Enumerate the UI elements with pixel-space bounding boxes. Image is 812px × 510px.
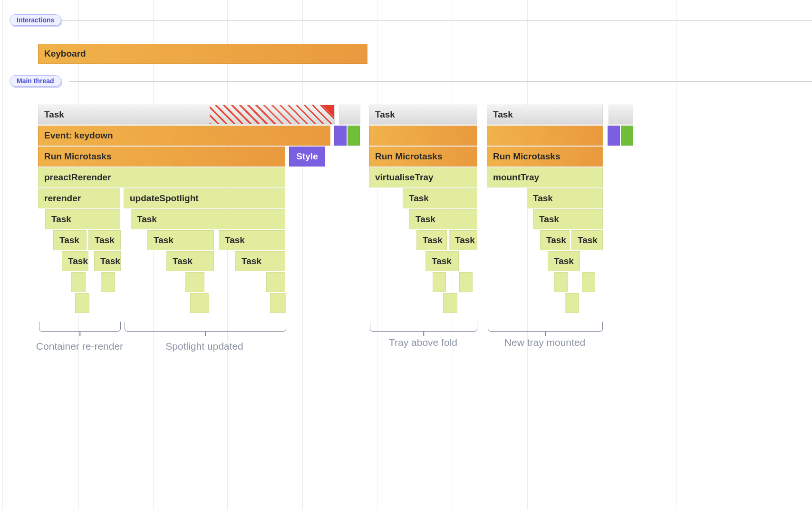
bar-stub-g2-r9[interactable] — [443, 293, 457, 313]
bar-run-microtasks-2[interactable]: Run Microtasks — [369, 147, 477, 167]
gridline — [302, 0, 303, 510]
bar-stub-g1b-r9b[interactable] — [270, 293, 286, 313]
bar-green-sliver-1[interactable] — [348, 126, 360, 146]
bar-stub-g1a-r8b[interactable] — [101, 272, 115, 292]
bar-update-spotlight[interactable]: updateSpotlight — [124, 188, 285, 208]
annotation-spotlight-updated: Spotlight updated — [143, 341, 266, 352]
bar-stub-g1b-r8a[interactable] — [185, 272, 204, 292]
bar-task-g1b-r6b[interactable]: Task — [219, 230, 285, 250]
bar-preact-rerender[interactable]: preactRerender — [38, 167, 285, 187]
bar-stub-g2-r8b[interactable] — [459, 272, 473, 292]
bar-task-g1a-r6a[interactable]: Task — [53, 230, 87, 250]
bar-task-long[interactable]: Task — [38, 105, 335, 125]
bar-purple-sliver-1[interactable] — [334, 126, 347, 146]
bar-task-sliver-1[interactable] — [339, 105, 360, 125]
bar-task-g3-r4[interactable]: Task — [527, 188, 603, 208]
gridline — [377, 0, 378, 510]
gridline — [527, 0, 528, 510]
bar-task-g3-r6b[interactable]: Task — [571, 230, 603, 250]
bar-keyboard-interaction[interactable]: Keyboard — [38, 44, 367, 64]
bar-task-2[interactable]: Task — [369, 105, 477, 125]
track-label-main-thread[interactable]: Main thread — [10, 75, 61, 87]
bar-stub-g3-r9[interactable] — [565, 293, 579, 313]
bar-purple-sliver-3[interactable] — [608, 126, 620, 146]
bar-task-g1a-r7a[interactable]: Task — [62, 251, 88, 271]
bar-task-g2-r6b[interactable]: Task — [449, 230, 477, 250]
bar-task-3[interactable]: Task — [487, 105, 603, 125]
bar-stub-g1b-r8b[interactable] — [266, 272, 285, 292]
bar-task-g2-r5[interactable]: Task — [409, 209, 477, 229]
bar-task-g2-r7[interactable]: Task — [425, 251, 459, 271]
bar-orange-3-r1[interactable] — [487, 126, 603, 146]
bar-style[interactable]: Style — [289, 147, 325, 167]
long-task-hatch — [210, 105, 334, 124]
bar-task-g3-r6a[interactable]: Task — [540, 230, 570, 250]
bar-task-g1b-r5[interactable]: Task — [131, 209, 285, 229]
bar-task-g1b-r7a[interactable]: Task — [166, 251, 214, 271]
bar-mount-tray[interactable]: mountTray — [487, 167, 603, 187]
bar-stub-g1a-r9[interactable] — [75, 293, 89, 313]
bar-run-microtasks-3[interactable]: Run Microtasks — [487, 147, 603, 167]
bar-stub-g3-r8a[interactable] — [554, 272, 568, 292]
bar-task-g1a-r7b[interactable]: Task — [94, 251, 121, 271]
bar-task-g2-r4[interactable]: Task — [403, 188, 477, 208]
bar-event-keydown[interactable]: Event: keydown — [38, 126, 330, 146]
bar-rerender[interactable]: rerender — [38, 188, 120, 208]
annotation-new-tray-mounted: New tray mounted — [493, 337, 597, 348]
bar-task-g3-r5[interactable]: Task — [533, 209, 603, 229]
gridline — [227, 0, 228, 510]
bracket-new-tray-mounted — [488, 322, 603, 332]
gridline — [602, 0, 602, 510]
bar-stub-g3-r8b[interactable] — [582, 272, 595, 292]
gridline — [2, 0, 3, 510]
long-task-triangle-icon — [322, 105, 334, 118]
bar-task-g1b-r6a[interactable]: Task — [147, 230, 214, 250]
bar-green-sliver-3[interactable] — [621, 126, 633, 146]
bracket-spotlight-updated — [125, 322, 286, 332]
track-divider-interactions — [62, 20, 812, 21]
bar-stub-g1b-r9a[interactable] — [190, 293, 209, 313]
bar-task-g1a-r5[interactable]: Task — [45, 209, 120, 229]
bar-task-g3-r7[interactable]: Task — [548, 251, 580, 271]
bar-task-g1b-r7b[interactable]: Task — [235, 251, 285, 271]
bar-task-g2-r6a[interactable]: Task — [416, 230, 447, 250]
bar-orange-2-r1[interactable] — [369, 126, 477, 146]
bracket-container-rerender — [39, 322, 121, 332]
bar-stub-g1a-r8a[interactable] — [71, 272, 86, 292]
bar-task-sliver-3[interactable] — [609, 105, 633, 125]
bar-virtualise-tray[interactable]: virtualiseTray — [369, 167, 477, 187]
bar-stub-g2-r8a[interactable] — [433, 272, 446, 292]
track-label-interactions[interactable]: Interactions — [10, 14, 61, 26]
bar-task-long-label: Task — [44, 109, 64, 120]
bracket-tray-above-fold — [370, 322, 477, 332]
annotation-container-rerender: Container re-render — [29, 341, 131, 352]
flame-chart-canvas: Interactions Keyboard Main thread Task E… — [0, 0, 812, 510]
gridline — [677, 0, 677, 510]
bar-run-microtasks-1[interactable]: Run Microtasks — [38, 147, 285, 167]
track-divider-main-thread — [69, 81, 812, 82]
annotation-tray-above-fold: Tray above fold — [376, 337, 471, 348]
bar-task-g1a-r6b[interactable]: Task — [88, 230, 121, 250]
gridline — [153, 0, 154, 510]
